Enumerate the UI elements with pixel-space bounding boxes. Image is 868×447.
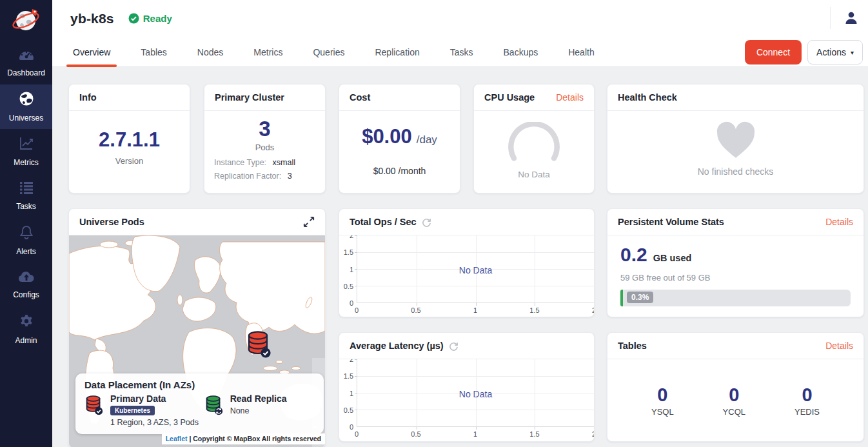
y-tick: 0 <box>350 299 353 307</box>
x-tick: 0.5 <box>411 430 420 438</box>
x-tick: 1.5 <box>529 306 539 314</box>
yugabyte-logo[interactable] <box>0 0 52 40</box>
primary-cluster-title: Primary Cluster <box>215 92 284 103</box>
cost-daily-value: $0.00 <box>362 125 412 148</box>
yugabyte-logo-icon <box>11 5 42 35</box>
refresh-icon[interactable] <box>449 341 459 351</box>
world-map[interactable]: Data Placement (In AZs) Primary Data K <box>69 235 325 447</box>
no-data-label: No Data <box>357 389 594 399</box>
header-divider <box>830 7 831 29</box>
sidebar-item-dashboard[interactable]: Dashboard <box>0 40 52 84</box>
sidebar-item-label: Configs <box>13 290 39 299</box>
chart-line-icon <box>19 135 34 154</box>
tables-title: Tables <box>618 341 647 351</box>
title-row: yb-k8s Ready <box>52 0 868 37</box>
info-panel: Info 2.7.1.1 Version <box>68 84 190 194</box>
tab-health[interactable]: Health <box>566 37 596 67</box>
primary-data-legend: Primary Data Kubernetes 1 Region, 3 AZS,… <box>84 393 204 427</box>
leaflet-link[interactable]: Leaflet <box>166 435 188 442</box>
cost-daily-unit: /day <box>417 134 437 146</box>
y-tick: 1 <box>350 266 353 273</box>
user-icon[interactable] <box>843 10 859 26</box>
ycql-count: 0 <box>723 384 745 406</box>
tab-replication[interactable]: Replication <box>373 37 421 67</box>
task-list-icon <box>19 181 34 197</box>
plot-area: No Data <box>357 235 594 303</box>
y-tick: 0 <box>350 423 353 431</box>
sidebar-item-admin[interactable]: Admin <box>0 307 52 352</box>
total-ops-title: Total Ops / Sec <box>350 217 417 227</box>
tabs-row: Overview Tables Nodes Metrics Queries Re… <box>52 37 868 67</box>
plot-area: No Data <box>357 359 594 427</box>
ysql-count: 0 <box>651 384 674 406</box>
cpu-usage-title: CPU Usage <box>484 92 535 103</box>
universe-pods-panel: Universe Pods <box>68 208 326 447</box>
status-text: Ready <box>143 13 172 24</box>
actions-button[interactable]: Actions ▾ <box>807 40 863 65</box>
refresh-icon[interactable] <box>422 217 431 227</box>
tab-tasks[interactable]: Tasks <box>448 37 475 67</box>
tables-details-link[interactable]: Details <box>825 341 853 351</box>
bell-icon <box>19 224 34 243</box>
tab-nodes[interactable]: Nodes <box>195 37 225 67</box>
x-tick: 1 <box>473 306 477 314</box>
status-badge: Ready <box>128 13 172 24</box>
map-attribution: Leaflet | Copyright © MapBox All rights … <box>162 433 325 444</box>
y-tick: 2 <box>350 235 353 239</box>
yedis-count-cell: 0 YEDIS <box>794 384 820 417</box>
pvs-percent-badge: 0.3% <box>627 292 653 303</box>
total-ops-chart: 2 1.5 1 0.5 0 No Data 0 0.5 1 1.5 2 <box>339 235 594 317</box>
ysql-label: YSQL <box>651 407 674 417</box>
cost-title: Cost <box>350 92 370 103</box>
sidebar-item-alerts[interactable]: Alerts <box>0 218 52 263</box>
tab-queries[interactable]: Queries <box>311 37 346 67</box>
expand-icon[interactable] <box>303 216 315 228</box>
y-tick: 2 <box>350 359 353 363</box>
x-tick: 0 <box>355 430 359 438</box>
pvs-details-link[interactable]: Details <box>825 217 853 227</box>
ycql-label: YCQL <box>723 407 745 417</box>
replication-factor-label: Replication Factor: <box>214 172 281 181</box>
y-tick: 0.5 <box>344 283 353 290</box>
universe-title: yb-k8s <box>70 11 114 26</box>
actions-label: Actions <box>816 47 846 57</box>
info-title: Info <box>79 92 97 103</box>
replication-factor-row: Replication Factor: 3 <box>214 172 315 181</box>
no-data-label: No Data <box>357 265 594 275</box>
y-tick: 1.5 <box>344 372 353 380</box>
ycql-count-cell: 0 YCQL <box>723 384 745 417</box>
yedis-label: YEDIS <box>794 407 820 417</box>
sidebar-item-label: Alerts <box>16 247 36 256</box>
read-replica-icon <box>204 393 224 417</box>
tab-overview[interactable]: Overview <box>71 37 112 67</box>
sidebar-item-configs[interactable]: Configs <box>0 263 52 307</box>
cpu-details-link[interactable]: Details <box>556 92 584 103</box>
x-tick: 1 <box>473 430 477 438</box>
pvs-title: Persistent Volume Stats <box>618 217 724 227</box>
avg-latency-chart: 2 1.5 1 0.5 0 No Data 0 0.5 1 1.5 2 <box>339 359 594 441</box>
pvs-free-text: 59 GB free out of 59 GB <box>620 273 851 283</box>
sidebar-item-metrics[interactable]: Metrics <box>0 129 52 174</box>
sidebar-item-tasks[interactable]: Tasks <box>0 174 52 218</box>
instance-type-value: xsmall <box>273 158 295 167</box>
sidebar-item-label: Admin <box>15 336 37 345</box>
total-ops-panel: Total Ops / Sec 2 1.5 1 0.5 0 No Data 0 <box>339 208 595 317</box>
instance-type-label: Instance Type: <box>214 158 266 167</box>
data-placement-legend: Data Placement (In AZs) Primary Data K <box>75 373 324 434</box>
tab-metrics[interactable]: Metrics <box>252 37 284 67</box>
data-placement-title: Data Placement (In AZs) <box>84 379 315 390</box>
health-check-title: Health Check <box>618 92 677 103</box>
cpu-usage-panel: CPU Usage Details No Data <box>473 84 595 194</box>
x-tick: 2 <box>592 430 594 438</box>
kubernetes-badge: Kubernetes <box>110 406 155 415</box>
pods-label: Pods <box>204 143 325 152</box>
version-label: Version <box>69 156 190 166</box>
tab-tables[interactable]: Tables <box>139 37 168 67</box>
sidebar-item-universes[interactable]: Universes <box>0 84 52 129</box>
pod-marker-icon <box>246 330 273 359</box>
y-tick: 1 <box>350 390 353 397</box>
ysql-count-cell: 0 YSQL <box>651 384 674 417</box>
read-replica-detail: None <box>230 406 287 415</box>
tab-backups[interactable]: Backups <box>502 37 540 67</box>
connect-button[interactable]: Connect <box>745 40 802 65</box>
